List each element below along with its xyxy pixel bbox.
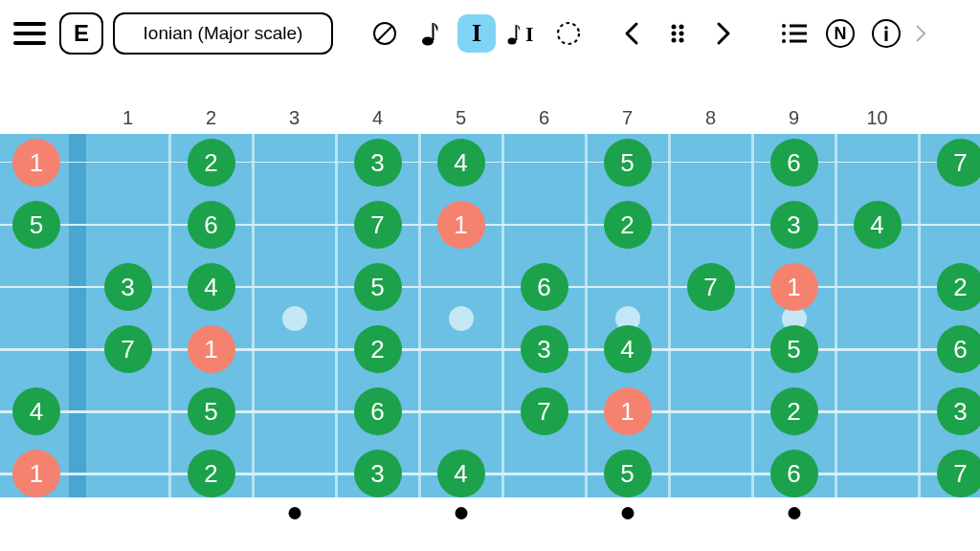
fret-marker-dot	[455, 507, 467, 519]
root-note[interactable]: 1	[12, 139, 60, 187]
key-selector[interactable]: E	[59, 12, 103, 55]
fret-marker-dot	[288, 507, 301, 519]
svg-point-13	[679, 38, 684, 43]
svg-point-16	[782, 32, 786, 35]
scale-note[interactable]: 2	[188, 450, 235, 497]
svg-point-14	[782, 24, 786, 28]
scale-note[interactable]: 2	[770, 387, 818, 435]
scale-note[interactable]: 2	[604, 201, 652, 249]
note-interval-mode-icon[interactable]: I	[503, 14, 542, 53]
scale-note[interactable]: 4	[188, 263, 235, 311]
svg-point-9	[679, 25, 684, 30]
fretboard-inlay	[449, 306, 474, 331]
root-note[interactable]: 1	[604, 387, 652, 435]
dotted-circle-icon[interactable]	[549, 14, 588, 53]
fret-number: 9	[789, 107, 799, 129]
svg-point-11	[679, 32, 684, 36]
scale-note[interactable]: 6	[354, 387, 402, 435]
svg-point-2	[422, 37, 434, 46]
root-note[interactable]: 1	[437, 201, 485, 249]
fret-number: 4	[372, 107, 383, 129]
scale-note[interactable]: 5	[354, 263, 402, 311]
scale-note[interactable]: 6	[770, 450, 818, 497]
svg-rect-17	[790, 33, 807, 35]
next-icon[interactable]	[704, 14, 743, 53]
string-line	[0, 224, 980, 226]
fret-line	[335, 134, 338, 497]
scale-note[interactable]: 2	[188, 139, 235, 187]
scale-note[interactable]: 3	[770, 201, 818, 249]
scale-note[interactable]: 5	[12, 201, 60, 249]
fret-line	[751, 134, 754, 497]
interval-mode-icon[interactable]: I	[457, 14, 496, 53]
svg-point-23	[884, 26, 888, 30]
menu-button[interactable]	[13, 15, 50, 52]
fret-line	[252, 134, 255, 497]
overflow-next-icon[interactable]	[913, 14, 928, 53]
fret-marker-dot	[621, 507, 634, 519]
scale-note[interactable]: 6	[770, 139, 818, 187]
fret-line	[418, 134, 421, 497]
scale-note[interactable]: 3	[354, 450, 402, 497]
scale-note[interactable]: 7	[104, 325, 152, 373]
scale-note[interactable]: 5	[770, 325, 818, 373]
note-mode-icon[interactable]	[412, 14, 450, 53]
svg-text:N: N	[835, 24, 847, 43]
fretboard-inlay	[282, 306, 307, 331]
fret-line	[668, 134, 671, 497]
scale-note[interactable]: 3	[354, 139, 402, 187]
scale-note[interactable]: 7	[354, 201, 402, 249]
scale-note[interactable]: 5	[188, 387, 235, 435]
string-line	[0, 162, 980, 163]
scale-note[interactable]: 4	[437, 139, 485, 187]
fret-number: 6	[539, 107, 549, 129]
scale-note[interactable]: 4	[854, 201, 902, 249]
scale-note[interactable]: 2	[937, 263, 981, 311]
scale-note[interactable]: 6	[521, 263, 568, 311]
scale-note[interactable]: 3	[104, 263, 152, 311]
fret-line	[501, 134, 504, 497]
string-line	[0, 410, 980, 413]
svg-point-10	[672, 32, 677, 36]
scale-note[interactable]: 2	[354, 325, 402, 373]
fret-marker-dot	[788, 507, 800, 519]
fret-line	[835, 134, 837, 497]
scale-note[interactable]: 7	[521, 387, 568, 435]
drag-handle-icon[interactable]	[658, 14, 697, 53]
scale-selector[interactable]: Ionian (Major scale)	[113, 12, 333, 55]
svg-rect-19	[790, 40, 807, 43]
svg-rect-5	[516, 25, 518, 40]
fret-line	[585, 134, 588, 497]
root-note[interactable]: 1	[770, 263, 818, 311]
svg-point-7	[558, 23, 579, 44]
info-icon[interactable]	[867, 14, 905, 53]
fret-line	[168, 134, 171, 497]
notation-icon[interactable]: N	[821, 14, 859, 53]
fret-number: 2	[206, 107, 216, 129]
scale-note[interactable]: 6	[188, 201, 235, 249]
nut	[69, 134, 86, 497]
fretboard: 1234567567123434567127123456456712312345…	[0, 134, 980, 497]
scale-note[interactable]: 3	[937, 387, 981, 435]
scale-note[interactable]: 7	[937, 450, 981, 497]
scale-note[interactable]: 7	[687, 263, 735, 311]
prev-icon[interactable]	[612, 14, 651, 53]
toolbar: E Ionian (Major scale) I I	[0, 0, 980, 67]
fret-number: 10	[866, 107, 887, 129]
scale-note[interactable]: 5	[604, 139, 652, 187]
fret-number: 5	[456, 107, 466, 129]
scale-note[interactable]: 4	[604, 325, 652, 373]
scale-note[interactable]: 7	[937, 139, 981, 187]
scale-note[interactable]: 4	[12, 387, 60, 435]
scale-note[interactable]: 3	[521, 325, 568, 373]
svg-rect-3	[433, 23, 434, 40]
fret-number: 1	[122, 107, 133, 129]
root-note[interactable]: 1	[12, 450, 60, 497]
scale-note[interactable]: 6	[937, 325, 981, 373]
scale-note[interactable]: 5	[604, 450, 652, 497]
scale-note[interactable]: 4	[437, 450, 485, 497]
list-icon[interactable]	[775, 14, 813, 53]
string-line	[0, 473, 980, 475]
root-note[interactable]: 1	[188, 325, 235, 373]
blank-mode-icon[interactable]	[366, 14, 404, 53]
